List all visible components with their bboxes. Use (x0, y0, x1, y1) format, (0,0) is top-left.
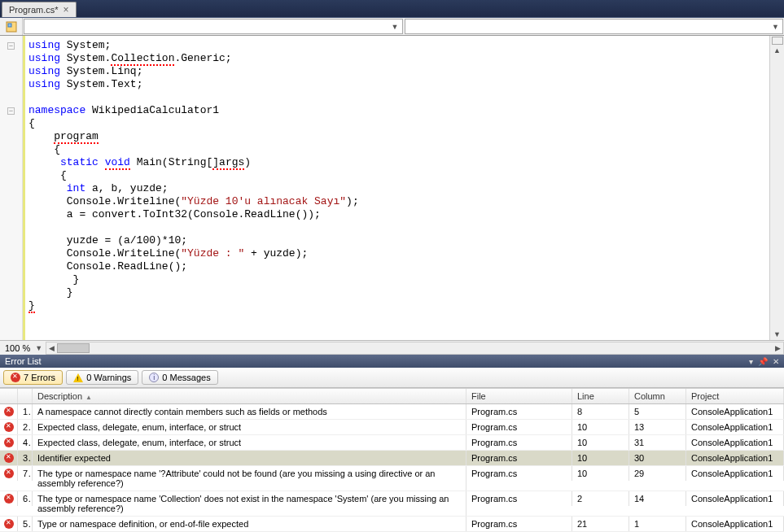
error-number: 7 (18, 466, 33, 481)
error-line: 10 (572, 451, 629, 465)
error-row[interactable]: 7 The type or namespace name '?Attribute… (0, 466, 784, 491)
error-column: 14 (629, 491, 686, 506)
scroll-thumb[interactable] (57, 343, 90, 353)
error-number: 4 (18, 435, 33, 450)
col-file-header[interactable]: File (466, 389, 572, 403)
chevron-down-icon[interactable]: ▼ (35, 344, 46, 352)
errors-count-label: 7 Errors (24, 373, 55, 382)
error-icon (4, 453, 14, 463)
navigation-bar: ▼ ▼ (0, 18, 784, 36)
close-icon[interactable]: × (64, 4, 69, 15)
error-line: 10 (572, 420, 629, 434)
scroll-down-icon[interactable]: ▼ (773, 329, 781, 340)
error-description: Identifier expected (33, 451, 466, 465)
errors-filter-button[interactable]: 7 Errors (3, 370, 63, 385)
error-file: Program.cs (466, 404, 572, 419)
error-grid-header: Description▲ File Line Column Project (0, 388, 784, 404)
error-icon (11, 373, 20, 382)
error-number: 5 (18, 517, 33, 531)
col-line-header[interactable]: Line (572, 389, 629, 403)
error-list-toolbar: 7 Errors 0 Warnings i 0 Messages (0, 368, 784, 388)
editor-status-bar: 100 % ▼ ◀ ▶ (0, 340, 784, 355)
zoom-level[interactable]: 100 % (0, 343, 35, 353)
error-description: Type or namespace definition, or end-of-… (33, 517, 466, 531)
error-description: Expected class, delegate, enum, interfac… (33, 435, 466, 450)
error-project: ConsoleApplication1 (686, 404, 784, 419)
error-icon (4, 422, 14, 432)
error-column: 13 (629, 420, 686, 434)
error-line: 8 (572, 404, 629, 419)
error-description: A namespace cannot directly contain memb… (33, 404, 466, 419)
error-file: Program.cs (466, 466, 572, 481)
split-handle[interactable] (772, 37, 783, 45)
error-row[interactable]: 6 The type or namespace name 'Collection… (0, 491, 784, 517)
error-project: ConsoleApplication1 (686, 451, 784, 465)
document-tab-bar: Program.cs* × (0, 0, 784, 18)
horizontal-scrollbar[interactable]: ◀ ▶ (46, 342, 784, 355)
error-column: 31 (629, 435, 686, 450)
file-tab[interactable]: Program.cs* × (2, 2, 77, 17)
editor-gutter: − − (0, 36, 23, 340)
scroll-up-icon[interactable]: ▲ (773, 45, 781, 56)
vertical-scrollbar[interactable]: ▲ ▼ (769, 36, 784, 340)
error-line: 10 (572, 435, 629, 450)
scroll-right-icon[interactable]: ▶ (773, 344, 783, 352)
code-editor: − − using System; using System.Collectio… (0, 36, 784, 355)
error-number: 2 (18, 420, 33, 434)
col-num-header[interactable] (18, 389, 33, 403)
warnings-count-label: 0 Warnings (86, 373, 131, 382)
error-project: ConsoleApplication1 (686, 420, 784, 434)
error-description: The type or namespace name 'Collection' … (33, 491, 466, 516)
error-number: 6 (18, 491, 33, 506)
error-row[interactable]: 3 Identifier expected Program.cs 10 30 C… (0, 451, 784, 466)
col-description-header[interactable]: Description▲ (33, 389, 466, 403)
code-text-area[interactable]: using System; using System.Collection.Ge… (23, 36, 769, 340)
error-row[interactable]: 1 A namespace cannot directly contain me… (0, 404, 784, 420)
error-file: Program.cs (466, 491, 572, 506)
warning-icon (73, 373, 83, 382)
error-column: 30 (629, 451, 686, 465)
error-line: 21 (572, 517, 629, 531)
error-icon (4, 494, 14, 504)
error-file: Program.cs (466, 451, 572, 465)
warnings-filter-button[interactable]: 0 Warnings (66, 370, 138, 385)
error-column: 5 (629, 404, 686, 419)
error-number: 3 (18, 451, 33, 465)
panel-menu-icon[interactable]: ▾ (749, 357, 753, 366)
error-project: ConsoleApplication1 (686, 435, 784, 450)
scope-dropdown[interactable]: ▼ (24, 19, 403, 34)
error-list-titlebar: Error List ▾ 📌 ✕ (0, 355, 784, 368)
error-number: 1 (18, 404, 33, 419)
sort-asc-icon: ▲ (85, 394, 92, 401)
error-row[interactable]: 5 Type or namespace definition, or end-o… (0, 517, 784, 532)
fold-toggle[interactable]: − (7, 107, 15, 115)
file-tab-label: Program.cs* (9, 5, 59, 15)
error-file: Program.cs (466, 435, 572, 450)
member-dropdown[interactable]: ▼ (405, 19, 784, 34)
error-project: ConsoleApplication1 (686, 491, 784, 506)
error-icon (4, 469, 14, 478)
chevron-down-icon: ▼ (392, 23, 399, 31)
error-column: 29 (629, 466, 686, 481)
info-icon: i (149, 373, 159, 382)
svg-rect-1 (8, 24, 11, 27)
messages-count-label: 0 Messages (162, 373, 210, 382)
messages-filter-button[interactable]: i 0 Messages (142, 370, 217, 385)
error-column: 1 (629, 517, 686, 531)
col-icon-header[interactable] (0, 389, 18, 403)
col-column-header[interactable]: Column (629, 389, 686, 403)
error-project: ConsoleApplication1 (686, 517, 784, 531)
col-project-header[interactable]: Project (686, 389, 784, 403)
error-line: 10 (572, 466, 629, 481)
pin-icon[interactable]: 📌 (758, 357, 768, 366)
error-row[interactable]: 4 Expected class, delegate, enum, interf… (0, 435, 784, 451)
close-icon[interactable]: ✕ (773, 357, 779, 366)
error-description: The type or namespace name '?Attribute' … (33, 466, 466, 491)
scroll-left-icon[interactable]: ◀ (46, 344, 57, 352)
error-file: Program.cs (466, 517, 572, 531)
error-icon (4, 438, 14, 447)
error-file: Program.cs (466, 420, 572, 434)
fold-toggle[interactable]: − (7, 42, 15, 50)
type-nav-icon[interactable] (0, 18, 23, 35)
error-row[interactable]: 2 Expected class, delegate, enum, interf… (0, 420, 784, 435)
